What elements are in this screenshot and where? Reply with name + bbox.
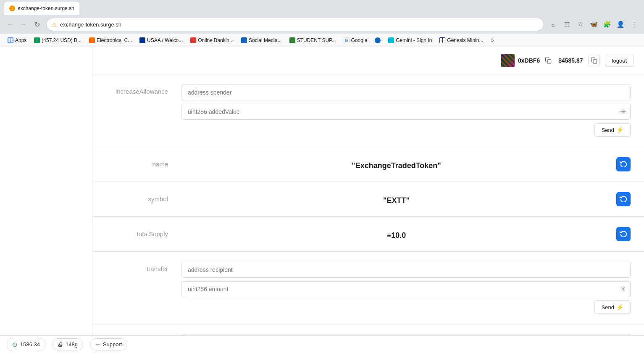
support-label: Support [103,341,122,348]
page-wrapper: 0xDBF6 $4585.87 logout increaseAllowanc [0,47,644,353]
svg-rect-1 [593,60,597,63]
bookmark-google[interactable]: G Google [340,36,371,45]
balance-value: 1586.34 [20,341,40,348]
recipient-input[interactable] [181,262,631,278]
total-supply-refresh-button[interactable] [616,227,631,241]
bookmark-button[interactable]: ☆ [574,18,586,30]
address-bar[interactable]: ⚠ exchange-token.surge.sh [46,18,544,31]
sidebar [0,47,92,353]
increase-allowance-content: ✳ Send ⚡ [181,84,631,137]
increase-allowance-send-button[interactable]: Send ⚡ [594,123,631,137]
usaa-favicon [139,37,145,43]
google-favicon: G [344,37,350,43]
transfer-content: ✳ Send ⚡ [181,262,631,314]
transfer-label: transfer [106,262,181,272]
eth-icon: ⚡ [616,126,623,133]
bookmark-genesis-label: Genesis Minin... [447,37,483,43]
app-header: 0xDBF6 $4585.87 logout [92,47,644,74]
bookmark-social-label: Social Media... [249,37,282,43]
tab-title: exchange-token.surge.sh [18,5,74,11]
increase-allowance-label: increaseAllowance [106,84,181,95]
added-value-input[interactable] [181,104,631,120]
bookmark-social[interactable]: Social Media... [238,36,285,45]
bookmark-spreadsheet[interactable]: (457.24 USD) B... [31,36,85,45]
copy-address-button[interactable] [543,55,553,66]
cast-button[interactable]: ▵ [547,18,559,30]
symbol-label: symbol [106,192,181,203]
send-label: Send [602,127,614,133]
symbol-value: "EXTT" [181,194,611,205]
main-content: 0xDBF6 $4585.87 logout increaseAllowanc [92,47,644,353]
genesis-favicon [439,37,445,43]
name-refresh-button[interactable] [616,157,631,171]
bookmark-electronics[interactable]: Electronics, C... [86,36,135,45]
bookmark-gemini-label: Gemini - Sign In [396,37,432,43]
bookmark-student-label: STUDENT SUP... [297,37,336,43]
tab-search-button[interactable]: ☷ [561,18,573,30]
support-icon: ⚌ [95,341,100,348]
tab-favicon: ! [9,5,15,11]
bookmark-genesis[interactable]: Genesis Minin... [436,36,486,45]
wallet-info: 0xDBF6 [501,54,553,67]
extension-butterfly[interactable]: 🦋 [588,18,599,30]
refresh-icon-symbol [620,195,627,204]
symbol-section: symbol "EXTT" [92,182,644,217]
gas-item[interactable]: 🖨 148g [52,338,83,350]
gemini-favicon [388,37,394,43]
wallet-avatar [501,54,515,67]
apps-favicon [8,37,13,43]
url-text: exchange-token.surge.sh [60,21,539,28]
amount-asterisk-icon: ✳ [620,285,626,294]
balance-icon: ⊙ [12,341,18,348]
forward-button[interactable]: → [18,18,29,30]
wallet-copy-button[interactable] [588,55,600,66]
total-supply-value: ≡10.0 [181,229,611,240]
bookmark-student[interactable]: STUDENT SUP... [286,36,339,45]
browser-chrome: ! exchange-token.surge.sh ← → ↻ ⚠ exchan… [0,0,644,47]
spreadsheet-favicon [34,37,40,43]
bottom-bar: ⊙ 1586.34 🖨 148g ⚌ Support [0,335,644,353]
added-value-input-wrapper: ✳ [181,104,631,120]
balance-item[interactable]: ⊙ 1586.34 [7,338,45,351]
banking-favicon [190,37,196,43]
total-supply-label: totalSupply [106,227,181,237]
bookmark-banking[interactable]: Online Bankin... [187,36,237,45]
extensions-button[interactable]: 🧩 [601,18,613,30]
increase-allowance-section: increaseAllowance ✳ Send ⚡ [92,74,644,147]
gas-value: 148g [66,341,78,348]
wallet-balance: $4585.87 [558,57,583,64]
menu-button[interactable]: ⋮ [628,18,640,30]
bookmark-gemini[interactable]: Gemini - Sign In [385,36,435,45]
symbol-refresh-button[interactable] [616,192,631,206]
name-label: name [106,157,181,168]
electronics-favicon [89,37,95,43]
bookmark-google-label: Google [351,37,368,43]
browser-toolbar: ← → ↻ ⚠ exchange-token.surge.sh ▵ ☷ ☆ 🦋 … [0,15,644,34]
refresh-button[interactable]: ↻ [31,18,43,30]
wallet-address: 0xDBF6 [518,57,540,64]
total-supply-row: ≡10.0 [181,227,631,241]
active-tab[interactable]: ! exchange-token.surge.sh [4,2,79,15]
logout-button[interactable]: logout [605,55,634,67]
amount-input[interactable] [181,281,631,297]
total-supply-section: totalSupply ≡10.0 [92,217,644,252]
account-button[interactable]: 👤 [615,18,626,30]
bookmark-apps[interactable]: Apps [4,36,30,45]
social-favicon [241,37,247,43]
support-item[interactable]: ⚌ Support [90,338,128,350]
name-row: "ExchangeTradedToken" [181,157,631,171]
bookmarks-bar: Apps (457.24 USD) B... Electronics, C...… [0,34,644,47]
transfer-eth-icon: ⚡ [616,304,623,311]
bookmark-spreadsheet-label: (457.24 USD) B... [42,37,81,43]
student-favicon [289,37,295,43]
browser-actions: ▵ ☷ ☆ 🦋 🧩 👤 ⋮ [547,18,640,30]
bookmark-earth[interactable] [371,36,384,45]
nav-buttons: ← → ↻ [4,18,43,30]
bookmark-banking-label: Online Bankin... [198,37,234,43]
bookmarks-more-button[interactable]: » [487,36,497,45]
bookmark-usaa[interactable]: USAA / Welco... [136,36,186,45]
back-button[interactable]: ← [4,18,16,30]
transfer-send-button[interactable]: Send ⚡ [594,300,631,314]
spender-input[interactable] [181,84,631,100]
asterisk-icon: ✳ [620,107,626,116]
